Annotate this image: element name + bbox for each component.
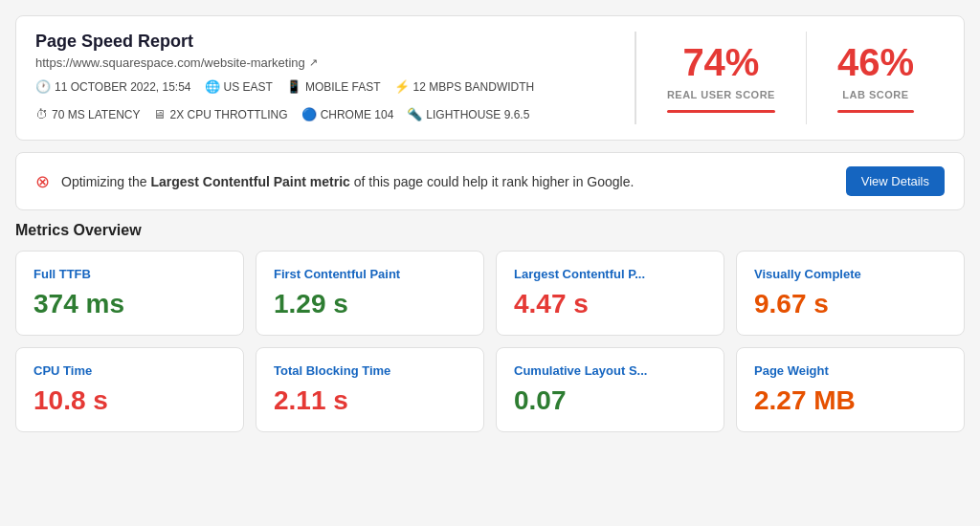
meta-label: 70 MS LATENCY (52, 108, 140, 121)
meta-item: 🔦LIGHTHOUSE 9.6.5 (407, 107, 529, 121)
meta-label: 11 OCTOBER 2022, 15:54 (55, 80, 191, 94)
external-link-icon: ↗ (309, 56, 318, 69)
meta-label: MOBILE FAST (305, 80, 381, 94)
metric-value: 374 ms (33, 291, 226, 318)
metric-value: 2.27 MB (754, 387, 947, 414)
metric-name: CPU Time (33, 363, 226, 378)
meta-label: LIGHTHOUSE 9.6.5 (426, 108, 529, 121)
metric-name: First Contentful Paint (274, 267, 466, 281)
score-underline (667, 110, 775, 113)
meta-item: 🕐11 OCTOBER 2022, 15:54 (35, 79, 191, 94)
score-value: 46% (837, 43, 914, 81)
meta-label: US EAST (224, 80, 273, 94)
meta-item: 📱MOBILE FAST (286, 79, 381, 94)
metrics-section: Metrics Overview Full TTFB 374 ms First … (15, 222, 965, 432)
metric-name: Page Weight (754, 363, 947, 378)
meta-icon: 🔵 (301, 107, 317, 121)
meta-icon: 🕐 (35, 79, 51, 94)
top-card: Page Speed Report https://www.squarespac… (15, 15, 965, 141)
meta-icon: 📱 (286, 79, 301, 94)
metric-value: 10.8 s (33, 387, 226, 414)
metric-card: Cumulative Layout S... 0.07 (496, 347, 724, 432)
score-label: REAL USER SCORE (667, 89, 775, 100)
metric-name: Full TTFB (33, 267, 226, 281)
score-section: 74% REAL USER SCORE 46% LAB SCORE (635, 32, 945, 124)
score-underline (837, 110, 914, 113)
metric-card: Page Weight 2.27 MB (736, 347, 965, 432)
metric-card: Total Blocking Time 2.11 s (256, 347, 484, 432)
alert-card: ⊗ Optimizing the Largest Contentful Pain… (15, 152, 965, 210)
meta-icon: 🌐 (205, 79, 220, 94)
meta-icon: 🖥 (153, 107, 166, 121)
metric-name: Largest Contentful P... (514, 267, 706, 281)
metric-name: Total Blocking Time (274, 363, 466, 378)
page-url: https://www.squarespace.com/website-mark… (35, 55, 615, 70)
metric-name: Visually Complete (754, 267, 947, 281)
meta-item: 🌐US EAST (205, 79, 273, 94)
score-box-lab-score: 46% LAB SCORE (806, 32, 945, 124)
alert-text: Optimizing the Largest Contentful Paint … (61, 174, 835, 189)
metric-card: First Contentful Paint 1.29 s (256, 251, 484, 336)
metric-value: 1.29 s (274, 291, 466, 318)
metric-value: 0.07 (514, 387, 706, 414)
meta-item: 🖥2X CPU THROTTLING (153, 107, 287, 121)
meta-label: 2X CPU THROTTLING (169, 108, 287, 121)
meta-icon: 🔦 (407, 107, 422, 121)
metric-value: 9.67 s (754, 291, 947, 318)
alert-text-bold: Largest Contentful Paint metric (150, 174, 349, 189)
view-details-button[interactable]: View Details (846, 166, 945, 196)
metric-name: Cumulative Layout S... (514, 363, 706, 378)
meta-item: ⏱70 MS LATENCY (35, 107, 140, 121)
score-value: 74% (682, 43, 759, 81)
metric-card: Full TTFB 374 ms (15, 251, 244, 336)
meta-label: 12 MBPS BANDWIDTH (413, 80, 535, 94)
meta-item: ⚡12 MBPS BANDWIDTH (394, 79, 535, 94)
metric-card: Visually Complete 9.67 s (736, 251, 965, 336)
page-title: Page Speed Report (35, 32, 615, 52)
metrics-section-title: Metrics Overview (15, 222, 965, 239)
report-info: Page Speed Report https://www.squarespac… (35, 32, 635, 124)
meta-icon: ⚡ (394, 79, 410, 94)
score-label: LAB SCORE (842, 89, 908, 100)
score-box-real-user-score: 74% REAL USER SCORE (635, 32, 806, 124)
meta-label: CHROME 104 (321, 108, 394, 121)
metric-card: CPU Time 10.8 s (15, 347, 244, 432)
meta-row: 🕐11 OCTOBER 2022, 15:54🌐US EAST📱MOBILE F… (35, 79, 615, 121)
metric-value: 2.11 s (274, 387, 466, 414)
alert-icon: ⊗ (35, 171, 50, 192)
metric-value: 4.47 s (514, 291, 706, 318)
meta-item: 🔵CHROME 104 (301, 107, 394, 121)
meta-icon: ⏱ (35, 107, 48, 121)
metric-card: Largest Contentful P... 4.47 s (496, 251, 724, 336)
alert-text-before: Optimizing the (61, 174, 150, 189)
url-text: https://www.squarespace.com/website-mark… (35, 55, 305, 70)
metrics-grid: Full TTFB 374 ms First Contentful Paint … (15, 251, 965, 432)
alert-text-after: of this page could help it rank higher i… (350, 174, 635, 189)
